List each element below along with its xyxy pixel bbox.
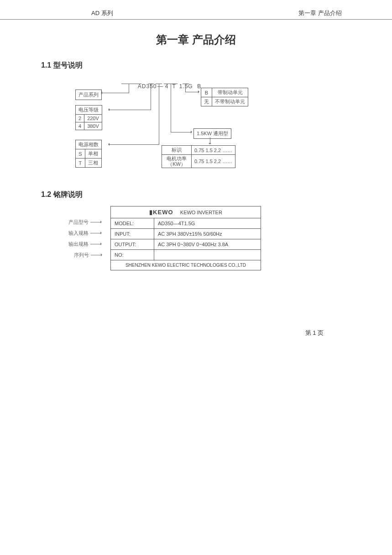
nameplate-diagram: 产品型号 输入规格 输出规格 序列号 ▮KEWO KEWO INVERTER M…	[68, 206, 269, 270]
header-right: 第一章 产品介绍	[298, 9, 342, 17]
arrow-icon	[90, 222, 101, 222]
voltage-header: 电压等级	[76, 106, 102, 115]
model-code: AD350—4T1.5GB	[121, 77, 205, 96]
section-1-title: 1.1 型号说明	[41, 61, 351, 70]
volt-380: 380V	[84, 122, 102, 130]
motor-power-values: 0.75 1.5 2.2 ……	[192, 155, 235, 168]
series-box: 产品系列	[75, 90, 102, 100]
power-dline	[210, 137, 210, 144]
usage-hline	[171, 132, 192, 132]
power-table: 标识0.75 1.5 2.2 …… 电机功率（KW）0.75 1.5 2.2 ……	[162, 145, 235, 168]
brake-vline	[185, 84, 186, 92]
motor-power-label: 电机功率（KW）	[162, 155, 192, 168]
volt-code-2: 2	[76, 115, 84, 122]
voltage-table: 电压等级 2220V 4380V	[75, 105, 102, 130]
mark-values: 0.75 1.5 2.2 ……	[192, 146, 235, 155]
np-company: SHENZHEN KEWO ELECTRIC TECHNOLOGIES CO.,…	[111, 260, 261, 270]
volt-code-4: 4	[76, 122, 84, 130]
page-header: AD 系列 第一章 产品介绍	[0, 9, 392, 20]
brand-subtitle: KEWO INVERTER	[180, 210, 222, 215]
brake-desc-none: 不带制动单元	[212, 97, 248, 106]
arrow-icon	[91, 255, 102, 255]
phase-hline	[109, 144, 159, 145]
phase-header: 电源相数	[76, 140, 102, 149]
np-input-l: INPUT:	[111, 229, 154, 239]
np-output-v: AC 3PH 0~380V 0~400Hz 3.8A	[154, 239, 261, 250]
np-input-v: AC 3PH 380V±15% 50/60Hz	[154, 229, 261, 239]
brake-table: B带制动单元 无不带制动单元	[201, 88, 248, 106]
np-model-v: AD350—4T1.5G	[154, 218, 261, 229]
volt-vline	[151, 84, 151, 110]
brake-hline	[185, 92, 199, 92]
arrow-icon	[90, 233, 101, 233]
series-vline	[129, 84, 129, 93]
phase-code-t: T	[76, 159, 85, 168]
chapter-title: 第一章 产品介绍	[41, 32, 351, 47]
volt-220: 220V	[84, 115, 102, 122]
brake-code-b: B	[201, 88, 212, 97]
code-power: 1.5G	[178, 83, 194, 90]
np-no-l: NO:	[111, 250, 154, 260]
volt-hline	[109, 110, 151, 110]
np-label-output: 输出规格	[68, 241, 89, 248]
usage-vline	[171, 84, 171, 132]
mark-label: 标识	[162, 146, 192, 155]
code-series: AD350	[137, 83, 157, 90]
code-volt: 4	[164, 83, 170, 90]
phase-code-s: S	[76, 149, 85, 159]
nameplate-table: ▮KEWO KEWO INVERTER MODEL:AD350—4T1.5G I…	[110, 206, 261, 270]
brake-code-none: 无	[201, 97, 212, 106]
model-code-diagram: AD350—4T1.5GB 产品系列 B带制动单元 无不带制动单元 电压等级 2…	[73, 77, 292, 182]
np-no-v	[154, 250, 261, 260]
np-label-input: 输入规格	[68, 230, 89, 237]
np-model-l: MODEL:	[111, 218, 154, 229]
section-2-title: 1.2 铭牌说明	[41, 190, 351, 200]
phase-single: 单相	[85, 149, 101, 159]
phase-three: 三相	[85, 159, 101, 168]
np-output-l: OUTPUT:	[111, 239, 154, 250]
page-number: 第 1 页	[305, 329, 324, 337]
header-left: AD 系列	[91, 9, 113, 17]
brake-desc-b: 带制动单元	[212, 88, 248, 97]
arrow-icon	[90, 244, 101, 244]
np-label-serial: 序列号	[74, 252, 89, 259]
phase-table: 电源相数 S单相 T三相	[75, 140, 102, 168]
usage-box: 1.5KW 通用型	[193, 128, 231, 139]
code-sep: —	[157, 83, 164, 90]
phase-vline	[159, 84, 159, 145]
np-label-model: 产品型号	[68, 219, 89, 226]
series-line	[101, 93, 129, 93]
brand-logo: ▮KEWO	[149, 209, 173, 216]
code-phase: T	[170, 83, 178, 90]
